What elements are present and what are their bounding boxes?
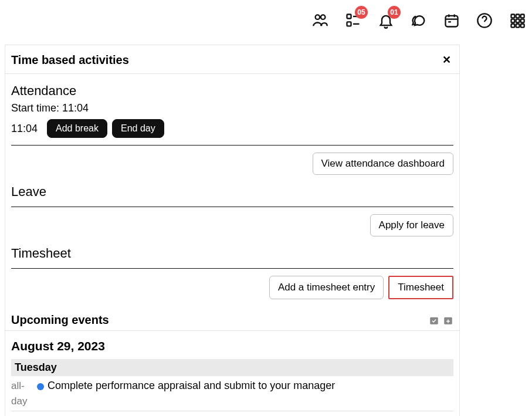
svg-rect-20 <box>516 24 520 28</box>
date-heading: August 29, 2023 <box>11 339 453 353</box>
event-content: Add employees to database <box>37 414 178 416</box>
timesheet-button[interactable]: Timesheet <box>388 276 453 299</box>
svg-point-0 <box>316 15 320 19</box>
svg-rect-3 <box>347 22 351 26</box>
svg-rect-22 <box>430 317 438 324</box>
leave-section: Leave <box>5 184 459 199</box>
top-icons-bar: 05 01 <box>311 12 526 29</box>
apps-icon[interactable] <box>509 12 526 29</box>
leave-heading: Leave <box>11 184 453 199</box>
divider <box>11 268 453 269</box>
svg-rect-17 <box>516 19 520 23</box>
chat-icon[interactable] <box>410 12 428 29</box>
timesheet-heading: Timesheet <box>11 246 453 261</box>
attendance-controls: 11:04 Add break End day <box>11 119 453 138</box>
apply-for-leave-button[interactable]: Apply for leave <box>370 214 453 236</box>
event-dot-icon <box>37 383 44 390</box>
help-icon[interactable] <box>476 12 493 29</box>
svg-rect-19 <box>511 24 515 28</box>
timesheet-section: Timesheet <box>5 246 459 261</box>
bell-icon[interactable]: 01 <box>377 12 395 29</box>
svg-rect-14 <box>516 15 520 18</box>
svg-rect-15 <box>521 15 524 18</box>
svg-rect-2 <box>347 15 351 19</box>
time-activities-panel: Time based activities ✕ Attendance Start… <box>5 45 460 416</box>
notif-badge: 01 <box>388 6 401 19</box>
svg-rect-16 <box>511 19 515 23</box>
panel-title: Time based activities <box>11 53 129 67</box>
svg-rect-13 <box>511 15 515 18</box>
event-title: Complete performance appraisal and submi… <box>48 380 335 392</box>
add-break-button[interactable]: Add break <box>47 119 107 138</box>
svg-rect-21 <box>521 24 524 28</box>
attendance-section: Attendance Start time: 11:04 11:04 Add b… <box>5 83 459 138</box>
tasks-badge: 05 <box>355 6 368 19</box>
events-mini-icons <box>429 315 453 326</box>
start-time-label: Start time: 11:04 <box>11 102 453 114</box>
view-attendance-dashboard-button[interactable]: View attendance dashboard <box>313 153 453 175</box>
event-row[interactable]: all-day Complete performance appraisal a… <box>11 376 453 411</box>
svg-point-1 <box>321 15 325 19</box>
event-allday-label: all-day <box>11 414 37 416</box>
people-icon[interactable] <box>311 12 329 29</box>
close-icon[interactable]: ✕ <box>440 51 453 69</box>
current-time: 11:04 <box>11 123 38 135</box>
attendance-heading: Attendance <box>11 83 453 99</box>
calendar-add-icon[interactable] <box>443 315 453 326</box>
divider <box>11 207 453 207</box>
tasks-icon[interactable]: 05 <box>344 12 362 29</box>
event-row[interactable]: all-day Add employees to database <box>11 411 453 416</box>
divider <box>11 145 453 146</box>
event-allday-label: all-day <box>11 378 37 408</box>
calendar-icon[interactable] <box>443 12 460 29</box>
svg-rect-6 <box>446 16 458 27</box>
calendar-check-icon[interactable] <box>429 315 439 326</box>
add-timesheet-entry-button[interactable]: Add a timesheet entry <box>269 276 384 299</box>
events-header: Upcoming events <box>5 313 459 331</box>
panel-header: Time based activities ✕ <box>5 51 459 74</box>
end-day-button[interactable]: End day <box>112 119 164 138</box>
event-content: Complete performance appraisal and submi… <box>37 378 335 408</box>
day-label: Tuesday <box>11 359 453 376</box>
svg-rect-18 <box>521 19 524 23</box>
events-title: Upcoming events <box>11 313 109 327</box>
